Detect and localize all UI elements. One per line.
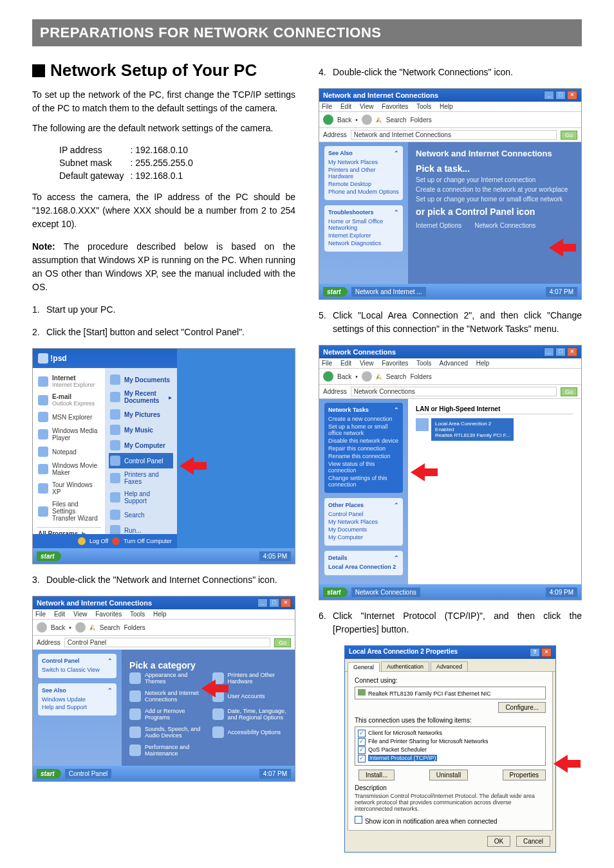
side-item[interactable]: Disable this network device [328, 438, 399, 444]
cat-performance[interactable]: Performance and Maintenance [145, 744, 204, 757]
folders-label[interactable]: Folders [124, 624, 145, 631]
cat-sounds[interactable]: Sounds, Speech, and Audio Devices [145, 726, 204, 739]
sm-item[interactable]: Help and Support [124, 490, 172, 504]
sm-item[interactable]: MSN Explorer [52, 414, 92, 421]
forward-icon[interactable] [362, 371, 372, 382]
up-icon[interactable]: ⮙ [376, 116, 382, 124]
go-button[interactable]: Go [561, 387, 577, 396]
side-item[interactable]: View status of this connection [328, 461, 399, 474]
side-item[interactable]: My Computer [328, 534, 399, 540]
sm-item[interactable]: Run... [124, 527, 142, 534]
sm-item[interactable]: Windows Media Player [52, 427, 100, 441]
side-item[interactable]: My Network Places [328, 159, 399, 165]
menu-edit[interactable]: Edit [340, 103, 351, 110]
start-button[interactable]: start [323, 287, 348, 297]
back-icon[interactable] [323, 371, 333, 382]
menu-tools[interactable]: Tools [416, 360, 431, 367]
back-label[interactable]: Back [337, 116, 351, 124]
list-item-tcpip[interactable]: Internet Protocol (TCP/IP) [368, 755, 438, 761]
cancel-button[interactable]: Cancel [516, 836, 550, 847]
search-label[interactable]: Search [386, 116, 407, 124]
cp-icon-network-connections[interactable]: Network Connections [474, 222, 535, 229]
side-item[interactable]: My Network Places [328, 519, 399, 525]
collapse-icon[interactable]: ⌃ [394, 150, 399, 156]
side-item[interactable]: Help and Support [42, 704, 113, 710]
menu-help[interactable]: Help [440, 103, 453, 110]
install-button[interactable]: Install... [358, 770, 395, 780]
help-icon[interactable]: ? [530, 648, 540, 657]
menu-view[interactable]: View [360, 360, 374, 367]
sm-item[interactable]: My Computer [124, 442, 165, 449]
cat-network[interactable]: Network and Internet Connections [145, 690, 204, 703]
list-item[interactable]: File and Printer Sharing for Microsoft N… [368, 738, 488, 744]
close-icon[interactable]: × [281, 598, 291, 607]
sm-item[interactable]: Windows Movie Maker [52, 462, 100, 476]
menu-tools[interactable]: Tools [130, 611, 145, 618]
menu-edit[interactable]: Edit [340, 360, 351, 367]
sm-item-email[interactable]: E-mail [52, 393, 71, 400]
side-item[interactable]: Windows Update [42, 696, 113, 703]
menu-file[interactable]: File [35, 611, 46, 618]
cat-appearance[interactable]: Appearance and Themes [145, 672, 204, 685]
collapse-icon[interactable]: ⌃ [107, 658, 113, 664]
menu-tools[interactable]: Tools [416, 103, 431, 110]
side-item[interactable]: Control Panel [328, 511, 399, 517]
task-link[interactable]: Set up or change your home or small offi… [416, 196, 573, 203]
search-label[interactable]: Search [100, 624, 120, 631]
go-button[interactable]: Go [561, 131, 577, 140]
logoff-icon[interactable] [78, 537, 86, 545]
cat-accessibility[interactable]: Accessibility Options [228, 729, 281, 735]
side-item[interactable]: Network Diagnostics [328, 240, 399, 246]
side-item[interactable]: Internet Explorer [328, 232, 399, 239]
checkbox-icon[interactable]: ✓ [358, 746, 366, 754]
go-button[interactable]: Go [274, 638, 291, 647]
side-item[interactable]: Phone and Modem Options [328, 189, 399, 195]
tab-auth[interactable]: Authentication [381, 661, 429, 671]
tab-advanced[interactable]: Advanced [431, 661, 468, 671]
checkbox-icon[interactable]: ✓ [358, 730, 366, 737]
address-value[interactable]: Network Connections [351, 387, 557, 396]
up-icon[interactable]: ⮙ [376, 373, 382, 380]
sm-item[interactable]: Files and Settings Transfer Wizard [52, 501, 100, 522]
sm-item-control-panel[interactable]: Control Panel [124, 457, 163, 465]
side-item[interactable]: Repair this connection [328, 445, 399, 452]
back-icon[interactable] [323, 115, 333, 125]
maximize-icon[interactable]: □ [555, 347, 566, 356]
checkbox-icon[interactable] [355, 816, 362, 824]
properties-button[interactable]: Properties [503, 770, 546, 780]
shutdown-label[interactable]: Turn Off Computer [124, 538, 172, 544]
list-item[interactable]: QoS Packet Scheduler [368, 746, 427, 753]
side-item[interactable]: Rename this connection [328, 453, 399, 459]
ok-button[interactable]: OK [487, 836, 510, 847]
side-item[interactable]: Create a new connection [328, 416, 399, 422]
sm-item[interactable]: My Music [124, 427, 153, 434]
address-value[interactable]: Network and Internet Connections [351, 130, 557, 140]
maximize-icon[interactable]: □ [555, 91, 566, 100]
close-icon[interactable]: × [541, 648, 552, 657]
logoff-label[interactable]: Log Off [89, 538, 108, 544]
menu-favorites[interactable]: Favorites [95, 611, 122, 618]
taskbar-app[interactable]: Control Panel [65, 769, 112, 779]
side-item[interactable]: Switch to Classic View [42, 667, 113, 673]
task-link[interactable]: Create a connection to the network at yo… [416, 186, 573, 193]
task-link[interactable]: Set up or change your Internet connectio… [416, 176, 573, 183]
close-icon[interactable]: × [567, 91, 577, 100]
minimize-icon[interactable]: _ [544, 91, 554, 100]
maximize-icon[interactable]: □ [269, 598, 279, 607]
sm-item[interactable]: Printers and Faxes [124, 471, 172, 485]
sm-item[interactable]: Notepad [52, 448, 77, 456]
menu-view[interactable]: View [360, 103, 374, 110]
menu-file[interactable]: File [322, 103, 332, 110]
tab-general[interactable]: General [348, 662, 380, 672]
side-item[interactable]: Set up a home or small office network [328, 423, 399, 436]
menu-favorites[interactable]: Favorites [382, 103, 408, 110]
minimize-icon[interactable]: _ [257, 598, 268, 607]
search-label[interactable]: Search [386, 373, 407, 380]
components-list[interactable]: ✓Client for Microsoft Networks ✓File and… [355, 726, 546, 766]
back-icon[interactable] [37, 622, 47, 633]
start-button[interactable]: start [37, 769, 61, 779]
connection-item[interactable]: Local Area Connection 2 Enabled Realtek … [431, 418, 514, 441]
minimize-icon[interactable]: _ [544, 347, 554, 356]
collapse-icon[interactable]: ⌃ [394, 555, 399, 561]
menu-file[interactable]: File [322, 360, 332, 367]
